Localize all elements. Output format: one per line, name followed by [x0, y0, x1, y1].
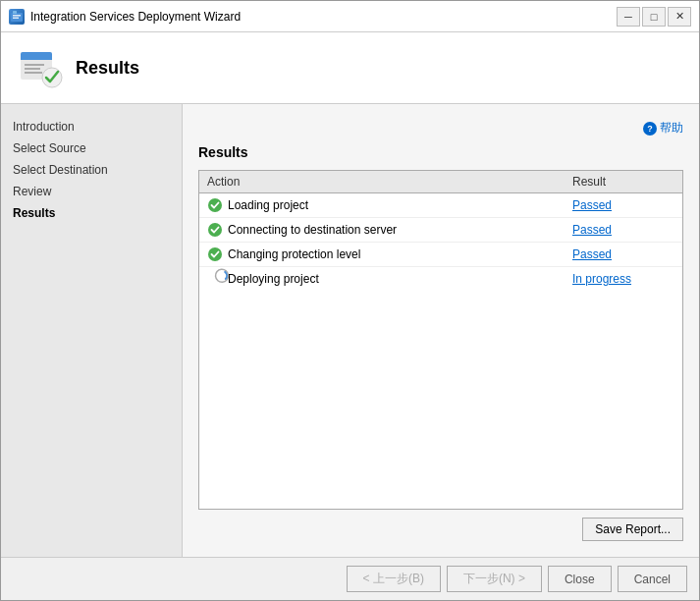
result-link[interactable]: Passed: [572, 223, 612, 237]
action-cell: Connecting to destination server: [199, 218, 565, 243]
passed-icon: [207, 246, 223, 262]
cancel-button[interactable]: Cancel: [618, 566, 687, 592]
window-title: Integration Services Deployment Wizard: [30, 10, 617, 24]
col-action-header: Action: [199, 171, 565, 193]
help-icon: ?: [643, 122, 657, 136]
action-cell: Deploying project: [199, 267, 565, 292]
result-cell: Passed: [565, 193, 682, 218]
result-link[interactable]: Passed: [572, 247, 612, 261]
save-report-button[interactable]: Save Report...: [582, 518, 683, 541]
action-text: Loading project: [228, 198, 308, 212]
svg-rect-6: [21, 58, 52, 60]
sidebar-item-results[interactable]: Results: [1, 202, 182, 224]
prev-button[interactable]: < 上一步(B): [347, 566, 441, 592]
result-link[interactable]: In progress: [572, 272, 631, 286]
result-cell: Passed: [565, 243, 682, 267]
result-cell: Passed: [565, 218, 682, 243]
window-controls: ─ □ ✕: [617, 7, 691, 27]
action-text: Changing protection level: [228, 247, 360, 261]
results-table: Action Result Loading projectPassed Conn…: [199, 171, 682, 291]
table-row: Changing protection levelPassed: [199, 243, 682, 267]
action-cell: Changing protection level: [199, 243, 565, 267]
table-row: Loading projectPassed: [199, 193, 682, 218]
passed-icon: [207, 222, 223, 238]
close-wizard-button[interactable]: Close: [548, 566, 612, 592]
svg-point-13: [208, 247, 222, 261]
action-cell: Loading project: [199, 193, 565, 218]
svg-rect-9: [25, 72, 42, 74]
app-icon: [9, 9, 25, 25]
main-content: ? 帮助 Results Action Result: [183, 104, 699, 557]
action-text: Deploying project: [228, 272, 319, 286]
svg-point-11: [208, 198, 222, 212]
result-link[interactable]: Passed: [572, 198, 612, 212]
wizard-header: Results: [1, 32, 699, 104]
svg-rect-3: [13, 17, 19, 19]
table-row: Deploying projectIn progress: [199, 267, 682, 292]
table-row: Connecting to destination serverPassed: [199, 218, 682, 243]
sidebar-item-introduction[interactable]: Introduction: [1, 116, 182, 137]
close-button[interactable]: ✕: [668, 7, 691, 27]
page-title: Results: [76, 58, 139, 79]
sidebar-item-select-destination[interactable]: Select Destination: [1, 159, 182, 181]
svg-point-12: [208, 223, 222, 237]
help-link[interactable]: ? 帮助: [198, 120, 683, 137]
content-area: Introduction Select Source Select Destin…: [1, 104, 699, 557]
footer-save: Save Report...: [198, 518, 683, 541]
svg-rect-7: [25, 64, 44, 66]
svg-rect-2: [13, 15, 21, 17]
title-bar: Integration Services Deployment Wizard ─…: [1, 1, 699, 32]
sidebar: Introduction Select Source Select Destin…: [1, 104, 183, 557]
main-window: Integration Services Deployment Wizard ─…: [0, 0, 700, 601]
col-result-header: Result: [565, 171, 682, 193]
action-text: Connecting to destination server: [228, 223, 397, 237]
inprogress-icon: [207, 271, 223, 287]
wizard-icon: [17, 44, 64, 91]
results-table-container: Action Result Loading projectPassed Conn…: [198, 170, 683, 510]
svg-rect-1: [13, 11, 17, 14]
maximize-button[interactable]: □: [642, 7, 666, 27]
section-title: Results: [198, 144, 683, 160]
next-button[interactable]: 下一步(N) >: [447, 566, 542, 592]
passed-icon: [207, 197, 223, 213]
sidebar-item-review[interactable]: Review: [1, 181, 182, 202]
minimize-button[interactable]: ─: [617, 7, 640, 27]
svg-rect-8: [25, 68, 40, 70]
bottom-bar: < 上一步(B) 下一步(N) > Close Cancel: [1, 557, 699, 600]
help-label: 帮助: [660, 120, 683, 137]
sidebar-item-select-source[interactable]: Select Source: [1, 137, 182, 159]
result-cell: In progress: [565, 267, 682, 292]
